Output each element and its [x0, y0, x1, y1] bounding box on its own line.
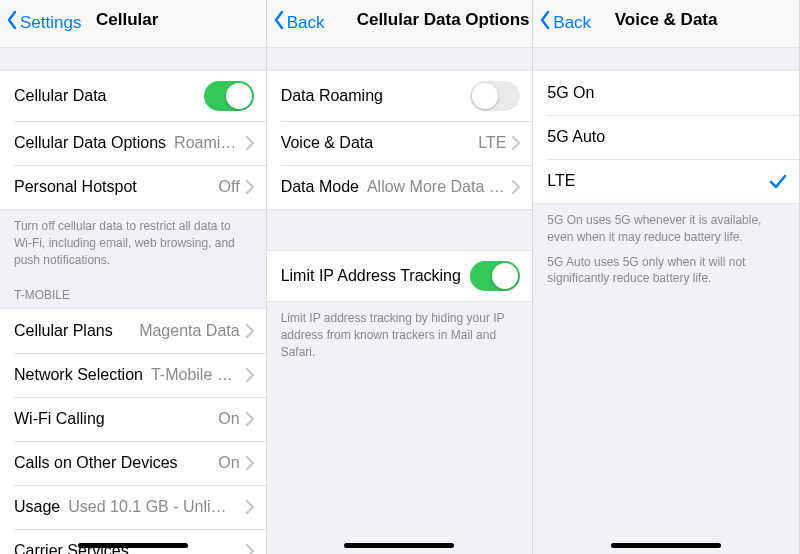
- back-label: Back: [553, 13, 591, 33]
- row-usage[interactable]: Usage Used 10.1 GB - Unlimited: [0, 485, 266, 529]
- home-indicator[interactable]: [78, 543, 188, 548]
- chevron-right-icon: [246, 180, 254, 194]
- cell-label: Data Roaming: [281, 87, 383, 105]
- group-voice-data-options: 5G On 5G Auto LTE: [533, 70, 799, 204]
- row-limit-ip-tracking[interactable]: Limit IP Address Tracking: [267, 251, 533, 301]
- page-title: Cellular: [96, 10, 158, 30]
- row-voice-and-data[interactable]: Voice & Data LTE: [267, 121, 533, 165]
- row-cellular-plans[interactable]: Cellular Plans Magenta Data: [0, 309, 266, 353]
- row-cellular-data-options[interactable]: Cellular Data Options Roaming Off: [0, 121, 266, 165]
- chevron-right-icon: [246, 136, 254, 150]
- row-wifi-calling[interactable]: Wi-Fi Calling On: [0, 397, 266, 441]
- footer-line-1: 5G On uses 5G whenever it is available, …: [547, 212, 785, 246]
- chevron-left-icon: [6, 10, 18, 35]
- group-cdo-main: Data Roaming Voice & Data LTE Data Mode …: [267, 70, 533, 210]
- group-limit-ip: Limit IP Address Tracking: [267, 250, 533, 302]
- cell-label: LTE: [547, 172, 575, 190]
- chevron-right-icon: [512, 180, 520, 194]
- chevron-left-icon: [539, 10, 551, 35]
- chevron-right-icon: [246, 324, 254, 338]
- chevron-right-icon: [512, 136, 520, 150]
- home-indicator[interactable]: [344, 543, 454, 548]
- cell-label: Data Mode: [281, 178, 359, 196]
- row-cellular-data[interactable]: Cellular Data: [0, 71, 266, 121]
- chevron-right-icon: [246, 456, 254, 470]
- cell-label: Limit IP Address Tracking: [281, 267, 461, 285]
- footer-limit-ip: Limit IP address tracking by hiding your…: [267, 302, 533, 366]
- cell-value: Allow More Data on 5G: [367, 178, 506, 196]
- cell-label: Wi-Fi Calling: [14, 410, 105, 428]
- cell-label: Usage: [14, 498, 60, 516]
- cell-label: Personal Hotspot: [14, 178, 137, 196]
- cell-label: 5G On: [547, 84, 594, 102]
- cell-value: On: [218, 454, 239, 472]
- cell-label: Calls on Other Devices: [14, 454, 178, 472]
- chevron-left-icon: [273, 10, 285, 35]
- option-lte[interactable]: LTE: [533, 159, 799, 203]
- chevron-right-icon: [246, 544, 254, 554]
- cell-label: Network Selection: [14, 366, 143, 384]
- option-5g-on[interactable]: 5G On: [533, 71, 799, 115]
- cell-value: Magenta Data: [139, 322, 240, 340]
- navbar: Back Voice & Data: [533, 0, 799, 48]
- limit-ip-toggle[interactable]: [470, 261, 520, 291]
- cell-value: LTE: [478, 134, 506, 152]
- group-cellular-main: Cellular Data Cellular Data Options Roam…: [0, 70, 266, 210]
- home-indicator[interactable]: [611, 543, 721, 548]
- cell-value: T-Mobile Wi-Fi: [151, 366, 240, 384]
- row-data-roaming[interactable]: Data Roaming: [267, 71, 533, 121]
- option-5g-auto[interactable]: 5G Auto: [533, 115, 799, 159]
- chevron-right-icon: [246, 368, 254, 382]
- row-data-mode[interactable]: Data Mode Allow More Data on 5G: [267, 165, 533, 209]
- navbar: Settings Cellular: [0, 0, 266, 48]
- row-carrier-services[interactable]: Carrier Services: [0, 529, 266, 554]
- back-button-settings[interactable]: Settings: [6, 10, 81, 35]
- back-button[interactable]: Back: [273, 10, 325, 35]
- data-roaming-toggle[interactable]: [470, 81, 520, 111]
- cell-value: On: [218, 410, 239, 428]
- pane-voice-and-data: Back Voice & Data 5G On 5G Auto LTE 5G O…: [533, 0, 800, 554]
- cell-value: Off: [219, 178, 240, 196]
- footer-voice-data: 5G On uses 5G whenever it is available, …: [533, 204, 799, 293]
- checkmark-icon: [769, 172, 787, 190]
- chevron-right-icon: [246, 412, 254, 426]
- back-label: Settings: [20, 13, 81, 33]
- cell-label: 5G Auto: [547, 128, 605, 146]
- row-personal-hotspot[interactable]: Personal Hotspot Off: [0, 165, 266, 209]
- row-calls-other-devices[interactable]: Calls on Other Devices On: [0, 441, 266, 485]
- footer-cellular-data: Turn off cellular data to restrict all d…: [0, 210, 266, 274]
- footer-line-2: 5G Auto uses 5G only when it will not si…: [547, 254, 785, 288]
- cell-label: Voice & Data: [281, 134, 374, 152]
- section-header-carrier: T-MOBILE: [0, 274, 266, 308]
- cell-label: Cellular Data: [14, 87, 106, 105]
- navbar: Back Cellular Data Options: [267, 0, 533, 48]
- back-label: Back: [287, 13, 325, 33]
- back-button[interactable]: Back: [539, 10, 591, 35]
- chevron-right-icon: [246, 500, 254, 514]
- cellular-data-toggle[interactable]: [204, 81, 254, 111]
- group-carrier: Cellular Plans Magenta Data Network Sele…: [0, 308, 266, 554]
- cell-value: Used 10.1 GB - Unlimited: [68, 498, 239, 516]
- row-network-selection[interactable]: Network Selection T-Mobile Wi-Fi: [0, 353, 266, 397]
- cell-label: Cellular Data Options: [14, 134, 166, 152]
- page-title: Cellular Data Options: [357, 10, 530, 30]
- pane-cellular: Settings Cellular Cellular Data Cellular…: [0, 0, 267, 554]
- pane-cellular-data-options: Back Cellular Data Options Data Roaming …: [267, 0, 534, 554]
- cell-label: Cellular Plans: [14, 322, 113, 340]
- cell-value: Roaming Off: [174, 134, 240, 152]
